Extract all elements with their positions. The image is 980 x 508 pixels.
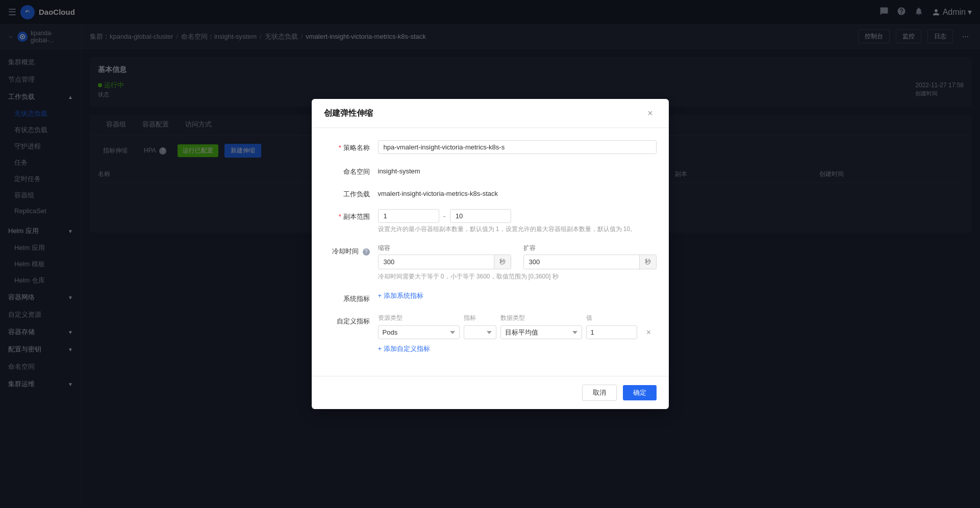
replica-range-label: 副本范围	[324, 209, 370, 221]
cooldown-row-inputs: 缩容 秒 扩容 秒	[378, 244, 657, 269]
replica-max-input[interactable]	[450, 209, 511, 223]
shrink-label: 缩容	[378, 244, 511, 252]
col-metric: 指标	[464, 314, 496, 322]
custom-metric-row: 自定义指标 资源类型 指标 数据类型 值 Pods Object Externa…	[324, 314, 657, 353]
cooldown-hint: 冷却时间需要大于等于 0，小于等于 3600，取值范围为 [0,3600] 秒	[378, 272, 657, 281]
expand-input[interactable]	[524, 256, 639, 268]
metric-select[interactable]	[464, 325, 496, 339]
dialog-close-button[interactable]: ×	[644, 107, 657, 119]
col-resource-type: 资源类型	[378, 314, 460, 322]
custom-metric-item: Pods Object External 目标平均值 平均利用率 目标值	[378, 325, 657, 339]
workload-label: 工作负载	[324, 187, 370, 199]
cooldown-question-icon[interactable]: ?	[363, 248, 370, 256]
workload-row: 工作负载 vmalert-insight-victoria-metrics-k8…	[324, 187, 657, 199]
expand-label: 扩容	[523, 244, 657, 252]
dialog-title: 创建弹性伸缩	[324, 108, 373, 119]
resource-type-select[interactable]: Pods Object External	[378, 325, 460, 339]
dialog-footer: 取消 确定	[312, 376, 669, 409]
add-system-metric-button[interactable]: + 添加系统指标	[378, 291, 657, 300]
custom-metric-header: 资源类型 指标 数据类型 值	[378, 314, 657, 322]
cancel-button[interactable]: 取消	[582, 385, 617, 401]
shrink-input[interactable]	[379, 256, 494, 268]
namespace-label: 命名空间	[324, 164, 370, 176]
cooldown-section: 缩容 秒 扩容 秒	[378, 244, 657, 281]
policy-name-row: 策略名称	[324, 140, 657, 154]
namespace-value: insight-system	[378, 164, 657, 175]
shrink-cooldown: 缩容 秒	[378, 244, 511, 269]
system-metric-row: 系统指标 + 添加系统指标	[324, 291, 657, 303]
custom-metric-label: 自定义指标	[324, 314, 370, 326]
shrink-unit: 秒	[494, 255, 511, 269]
replica-hint: 设置允许的最小容器组副本数量，默认值为 1，设置允许的最大容器组副本数量，默认值…	[378, 225, 657, 234]
shrink-input-wrap: 秒	[378, 255, 511, 269]
add-custom-metric-button[interactable]: + 添加自定义指标	[378, 344, 657, 353]
col-value: 值	[586, 314, 637, 322]
policy-name-input[interactable]	[378, 140, 657, 154]
expand-cooldown: 扩容 秒	[523, 244, 657, 269]
expand-unit: 秒	[639, 255, 656, 269]
cooldown-row: 冷却时间 ? 缩容 秒 扩容	[324, 244, 657, 281]
namespace-row: 命名空间 insight-system	[324, 164, 657, 176]
modal-overlay[interactable]: 创建弹性伸缩 × 策略名称 命名空间 insight-system 工作负载 v…	[0, 0, 980, 508]
cooldown-label: 冷却时间 ?	[324, 244, 370, 256]
replica-separator: -	[443, 212, 446, 221]
confirm-button[interactable]: 确定	[623, 385, 657, 400]
delete-metric-button[interactable]: ×	[641, 328, 657, 337]
metric-value-input[interactable]	[586, 325, 637, 339]
col-data-type: 数据类型	[500, 314, 582, 322]
replica-range: -	[378, 209, 657, 223]
data-type-select[interactable]: 目标平均值 平均利用率 目标值	[500, 325, 582, 339]
expand-input-wrap: 秒	[523, 255, 657, 269]
dialog-header: 创建弹性伸缩 ×	[312, 99, 669, 128]
workload-value: vmalert-insight-victoria-metrics-k8s-sta…	[378, 187, 657, 197]
create-hpa-dialog: 创建弹性伸缩 × 策略名称 命名空间 insight-system 工作负载 v…	[312, 99, 669, 409]
dialog-body: 策略名称 命名空间 insight-system 工作负载 vmalert-in…	[312, 128, 669, 376]
policy-name-label: 策略名称	[324, 140, 370, 153]
replica-range-row: 副本范围 - 设置允许的最小容器组副本数量，默认值为 1，设置允许的最大容器组副…	[324, 209, 657, 234]
replica-min-input[interactable]	[378, 209, 439, 223]
system-metric-label: 系统指标	[324, 291, 370, 303]
